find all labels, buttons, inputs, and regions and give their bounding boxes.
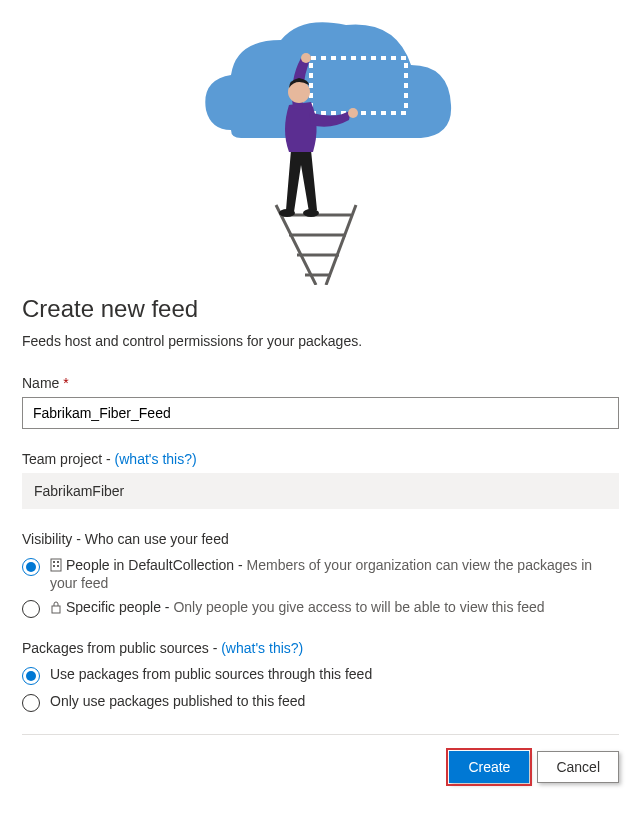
organization-icon [50, 558, 62, 575]
svg-point-8 [303, 209, 319, 217]
team-project-label: Team project - (what's this?) [22, 451, 619, 467]
name-input[interactable] [22, 397, 619, 429]
lock-icon [50, 600, 62, 617]
svg-rect-16 [57, 565, 59, 567]
public-sources-option-use: Use packages from public sources through… [50, 666, 372, 682]
svg-line-1 [276, 205, 316, 285]
svg-point-9 [301, 53, 311, 63]
team-project-help-link[interactable]: (what's this?) [115, 451, 197, 467]
svg-rect-14 [57, 561, 59, 563]
name-label: Name * [22, 375, 619, 391]
visibility-option-specific-title: Specific people - [66, 599, 173, 615]
visibility-option-collection-title: People in DefaultCollection - [66, 557, 247, 573]
visibility-label: Visibility - Who can use your feed [22, 531, 619, 547]
svg-rect-17 [52, 606, 60, 613]
public-sources-radio-only[interactable] [22, 694, 40, 712]
public-sources-radio-use[interactable] [22, 667, 40, 685]
public-sources-help-link[interactable]: (what's this?) [221, 640, 303, 656]
public-sources-label: Packages from public sources - (what's t… [22, 640, 619, 656]
visibility-radio-collection[interactable] [22, 558, 40, 576]
svg-line-2 [326, 205, 356, 285]
visibility-option-specific-desc: Only people you give access to will be a… [173, 599, 544, 615]
create-button[interactable]: Create [449, 751, 529, 783]
page-subtitle: Feeds host and control permissions for y… [22, 333, 619, 349]
svg-point-10 [348, 108, 358, 118]
svg-rect-15 [53, 565, 55, 567]
page-title: Create new feed [22, 295, 619, 323]
svg-rect-12 [51, 559, 61, 571]
visibility-radio-specific[interactable] [22, 600, 40, 618]
divider [22, 734, 619, 735]
svg-rect-13 [53, 561, 55, 563]
feed-illustration [0, 0, 641, 285]
team-project-value: FabrikamFiber [22, 473, 619, 509]
public-sources-option-only: Only use packages published to this feed [50, 693, 305, 709]
svg-point-7 [279, 209, 295, 217]
required-indicator: * [63, 375, 68, 391]
cancel-button[interactable]: Cancel [537, 751, 619, 783]
